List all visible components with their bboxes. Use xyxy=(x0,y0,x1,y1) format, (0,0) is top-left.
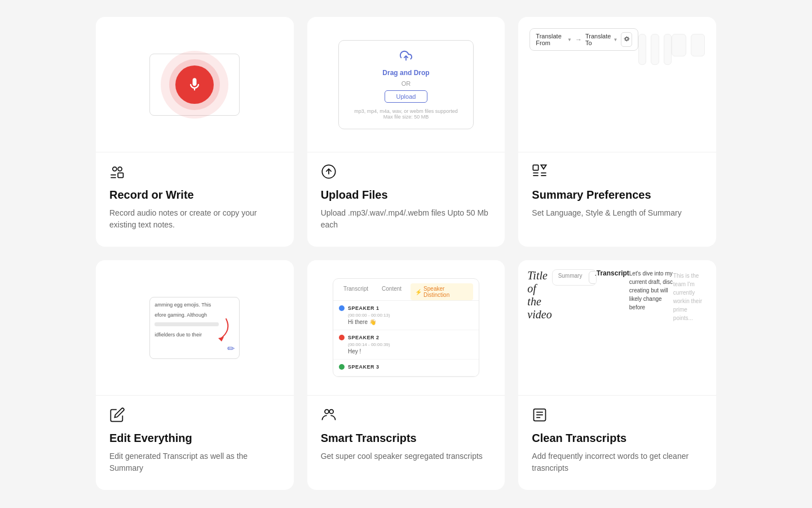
speaker-row-2: SPEAKER 2 (00:00:14 - 00:00:39) Hey ! xyxy=(333,330,479,360)
clean-transcripts-desc: Add frequently incorrect words to get cl… xyxy=(532,450,703,474)
edit-everything-icon xyxy=(109,407,280,425)
speaker-name-1: SPEAKER 1 xyxy=(348,305,379,311)
svg-marker-14 xyxy=(218,337,224,341)
cloud-upload-svg xyxy=(400,50,412,62)
card-summary-prefs: Translate From ▼ → Translate To ▼ xyxy=(518,17,716,247)
upload-files-title: Upload Files xyxy=(321,189,492,202)
edit-pencil-icon: ✏ xyxy=(227,343,235,354)
edit-everything-desc: Edit generated Transcript as well as the… xyxy=(109,450,280,474)
translate-from[interactable]: Translate From ▼ xyxy=(536,33,572,46)
edit-frame: amming egg emojis. This efore gaming. Al… xyxy=(149,297,240,359)
speaker-header-1: SPEAKER 1 xyxy=(339,305,473,311)
smart-transcripts-title: Smart Transcripts xyxy=(321,432,492,445)
page-container: Record or Write Record audio notes or cr… xyxy=(0,0,812,501)
pref-box-4 xyxy=(672,34,686,56)
upload-cloud-icon xyxy=(400,50,412,65)
svg-point-16 xyxy=(329,410,333,414)
speaker-header-2: SPEAKER 2 xyxy=(339,335,473,340)
record-write-desc: Record audio notes or create or copy you… xyxy=(109,207,280,231)
content-tabs: Summary Transcript Content ⚡ xyxy=(552,269,597,286)
card-smart-transcripts: Transcript Content ⚡ Speaker Distinction… xyxy=(307,260,505,490)
speaker-dot-1 xyxy=(339,305,345,311)
translate-bar: Translate From ▼ → Translate To ▼ xyxy=(529,28,638,51)
summary-prefs-title: Summary Preferences xyxy=(532,189,703,202)
clean-transcripts-icon xyxy=(532,407,703,425)
clean-transcript-svg xyxy=(532,407,548,423)
pref-boxes xyxy=(638,34,672,65)
pref-box-1 xyxy=(638,34,646,65)
upload-formats: mp3, mp4, m4a, wav, or webm files suppor… xyxy=(354,108,457,120)
record-inner-ring xyxy=(169,59,220,110)
card-content-upload: Upload Files Upload .mp3/.wav/.mp4/.webm… xyxy=(307,152,505,247)
upload-files-icon xyxy=(321,164,492,182)
smart-transcripts-icon xyxy=(321,407,492,425)
transcript-mockup: Transcript Content ⚡ Speaker Distinction… xyxy=(333,278,479,377)
speaker-time-2: (00:00:14 - 00:00:39) xyxy=(348,342,473,347)
smart-transcripts-desc: Get super cool speaker segregated transc… xyxy=(321,450,492,462)
transcript-section-title: Transcript xyxy=(597,269,629,277)
speaker-name-3: SPEAKER 3 xyxy=(348,364,379,370)
record-preview xyxy=(96,17,294,152)
translate-arrow-icon: → xyxy=(575,36,582,43)
edit-svg xyxy=(109,407,125,423)
card-content-record: Record or Write Record audio notes or cr… xyxy=(96,152,294,247)
clean-preview: Title of the video Summary Transcript Co… xyxy=(518,260,716,396)
speaker-header-3: SPEAKER 3 xyxy=(339,364,473,370)
card-record-write: Record or Write Record audio notes or cr… xyxy=(96,17,294,247)
tab-content[interactable]: Content xyxy=(377,283,406,300)
tab-transcript[interactable]: Transcript xyxy=(339,283,373,300)
edit-preview: amming egg emojis. This efore gaming. Al… xyxy=(96,260,294,396)
card-content-edit: Edit Everything Edit generated Transcrip… xyxy=(96,396,294,490)
svg-point-0 xyxy=(113,167,117,171)
chevron-from-icon: ▼ xyxy=(567,37,572,42)
speaker-name-2: SPEAKER 2 xyxy=(348,335,379,340)
speaker-time-1: (00:00:00 - 00:00:13) xyxy=(348,313,473,318)
video-title: Title of the video xyxy=(527,269,551,321)
upload-button-mock[interactable]: Upload xyxy=(385,90,428,103)
settings-icon xyxy=(623,36,630,43)
card-clean-transcripts: Title of the video Summary Transcript Co… xyxy=(518,260,716,490)
svg-rect-2 xyxy=(118,173,123,177)
pref-boxes-2 xyxy=(672,34,705,56)
upload-preview: Drag and Drop OR Upload mp3, mp4, m4a, w… xyxy=(307,17,505,152)
summary-pref-svg xyxy=(532,164,548,179)
record-write-icon xyxy=(109,164,280,182)
speakers-svg xyxy=(321,407,337,423)
record-outer-ring xyxy=(161,51,228,119)
cards-grid: Record or Write Record audio notes or cr… xyxy=(96,17,716,490)
card-content-summary: Summary Preferences Set Language, Style … xyxy=(518,152,716,235)
summary-preferences-icon xyxy=(532,164,703,182)
translate-to[interactable]: Translate To ▼ xyxy=(585,33,617,46)
pref-box-3 xyxy=(664,34,672,65)
edit-text-1: amming egg emojis. This xyxy=(155,302,235,308)
speaker-text-1: Hi there 👋 xyxy=(348,319,473,325)
upload-circle-svg xyxy=(321,164,337,179)
edit-everything-title: Edit Everything xyxy=(109,432,280,445)
record-button[interactable] xyxy=(175,65,214,104)
record-write-svg xyxy=(109,164,125,179)
speaker-row-3: SPEAKER 3 xyxy=(333,360,479,376)
card-content-clean: Clean Transcripts Add frequently incorre… xyxy=(518,396,716,490)
speaker-dot-3 xyxy=(339,364,345,370)
mic-icon xyxy=(187,77,202,93)
tab-transcript-clean[interactable]: Transcript xyxy=(589,271,596,284)
card-upload-files: Drag and Drop OR Upload mp3, mp4, m4a, w… xyxy=(307,17,505,247)
chevron-to-icon: ▼ xyxy=(613,37,617,42)
tab-summary[interactable]: Summary xyxy=(553,270,588,285)
smart-preview: Transcript Content ⚡ Speaker Distinction… xyxy=(307,260,505,396)
pref-box-5 xyxy=(691,34,705,56)
transcript-faded: This is the team I'm currently workin th… xyxy=(673,271,707,322)
pref-box-2 xyxy=(651,34,659,65)
card-content-smart: Smart Transcripts Get super cool speaker… xyxy=(307,396,505,478)
translate-settings-button[interactable] xyxy=(621,32,632,47)
upload-mockup: Drag and Drop OR Upload mp3, mp4, m4a, w… xyxy=(338,40,474,129)
speaker-dot-2 xyxy=(339,335,345,340)
tab-speaker-distinction[interactable]: ⚡ Speaker Distinction xyxy=(411,283,473,300)
summary-prefs-desc: Set Language, Style & Length of Summary xyxy=(532,207,703,219)
speaker-row-1: SPEAKER 1 (00:00:00 - 00:00:13) Hi there… xyxy=(333,301,479,330)
upload-files-desc: Upload .mp3/.wav/.mp4/.webm files Upto 5… xyxy=(321,207,492,231)
edit-arrow-svg xyxy=(204,313,235,344)
drag-drop-text: Drag and Drop xyxy=(382,69,429,77)
svg-rect-8 xyxy=(533,165,539,170)
svg-marker-9 xyxy=(541,165,546,169)
